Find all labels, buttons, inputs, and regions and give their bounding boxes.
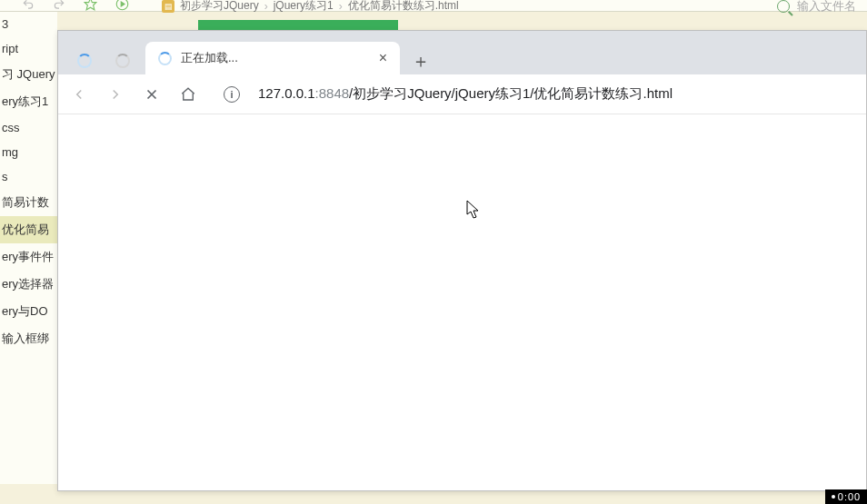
svg-marker-2 — [121, 2, 125, 6]
chevron-right-icon: › — [264, 0, 268, 13]
list-item[interactable]: ery练习1 — [0, 88, 57, 115]
run-icon[interactable] — [115, 0, 129, 11]
active-tab[interactable]: 正在加载... × — [145, 42, 400, 74]
loading-spinner-icon — [115, 54, 130, 68]
page-content — [58, 114, 866, 490]
ide-toolbar-icons — [22, 0, 129, 11]
address-bar-row: i 127.0.0.1:8848/初步学习JQuery/jQuery练习1/优化… — [58, 74, 866, 114]
list-item[interactable]: ery事件件 — [0, 243, 57, 271]
crumb-2[interactable]: 优化简易计数练习.html — [348, 0, 459, 14]
folder-icon: ▤ — [162, 0, 174, 13]
site-info-icon[interactable]: i — [224, 86, 240, 103]
redo-icon[interactable] — [53, 0, 65, 11]
ide-file-tree[interactable]: 3 ript 习 JQuery ery练习1 css mg s 简易计数 优化简… — [0, 12, 57, 484]
chevron-right-icon: › — [339, 0, 343, 13]
forward-button[interactable] — [105, 84, 125, 104]
loading-spinner-icon — [158, 52, 172, 65]
url-path: /初步学习JQuery/jQuery练习1/优化简易计数练习.html — [349, 85, 673, 101]
loading-spinner-icon — [77, 54, 92, 68]
background-tab-0[interactable] — [65, 47, 104, 74]
list-item[interactable]: 习 JQuery — [0, 61, 57, 88]
list-item[interactable]: ery选择器 — [0, 271, 57, 298]
list-item[interactable]: 优化简易 — [0, 216, 57, 243]
list-item[interactable]: 输入框绑 — [0, 325, 57, 352]
crumb-1[interactable]: jQuery练习1 — [274, 0, 334, 14]
timer-value: 0:00 — [838, 491, 861, 502]
run-progress-bar — [198, 20, 398, 30]
new-tab-button[interactable]: ＋ — [407, 47, 434, 74]
list-item[interactable]: ery与DO — [0, 298, 57, 325]
list-item[interactable]: 简易计数 — [0, 189, 57, 216]
breadcrumb: ▤ 初步学习JQuery › jQuery练习1 › 优化简易计数练习.html — [162, 0, 459, 14]
star-icon[interactable] — [84, 0, 97, 11]
list-item[interactable]: css — [0, 115, 57, 140]
search-icon — [777, 0, 790, 13]
back-button[interactable] — [69, 84, 89, 104]
url-host: 127.0.0.1 — [258, 85, 315, 101]
tab-strip: 正在加载... × ＋ — [58, 31, 866, 74]
url-text[interactable]: 127.0.0.1:8848/初步学习JQuery/jQuery练习1/优化简易… — [258, 85, 673, 103]
record-dot-icon — [832, 495, 835, 499]
url-port: :8848 — [315, 85, 350, 101]
recording-timer: 0:00 — [825, 489, 867, 504]
list-item[interactable]: ript — [0, 36, 57, 61]
home-button[interactable] — [178, 84, 198, 104]
stop-button[interactable] — [142, 84, 162, 104]
background-tab-1[interactable] — [104, 47, 142, 74]
crumb-0[interactable]: 初步学习JQuery — [180, 0, 259, 14]
undo-icon[interactable] — [22, 0, 35, 11]
ide-search[interactable]: 输入文件名 — [777, 0, 856, 15]
cursor-icon — [466, 200, 481, 220]
svg-marker-0 — [85, 0, 96, 10]
search-placeholder: 输入文件名 — [797, 0, 856, 15]
list-item[interactable]: 3 — [0, 12, 57, 36]
close-tab-button[interactable]: × — [375, 48, 391, 68]
browser-window: 正在加载... × ＋ i 127.0.0.1:8848/初步学习JQuery/… — [57, 30, 867, 491]
list-item[interactable]: s — [0, 164, 57, 189]
ide-topbar: ▤ 初步学习JQuery › jQuery练习1 › 优化简易计数练习.html… — [0, 0, 867, 12]
list-item[interactable]: mg — [0, 140, 57, 164]
tab-title: 正在加载... — [181, 50, 366, 66]
